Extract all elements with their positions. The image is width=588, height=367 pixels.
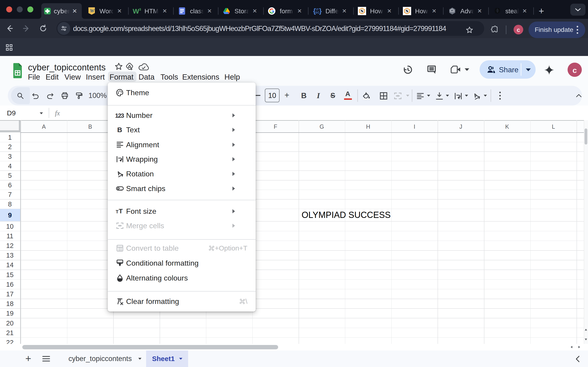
svg-text:B: B bbox=[117, 126, 122, 133]
svg-text:T: T bbox=[119, 207, 123, 215]
svg-text:123: 123 bbox=[115, 112, 124, 119]
svg-text:T: T bbox=[116, 209, 119, 214]
